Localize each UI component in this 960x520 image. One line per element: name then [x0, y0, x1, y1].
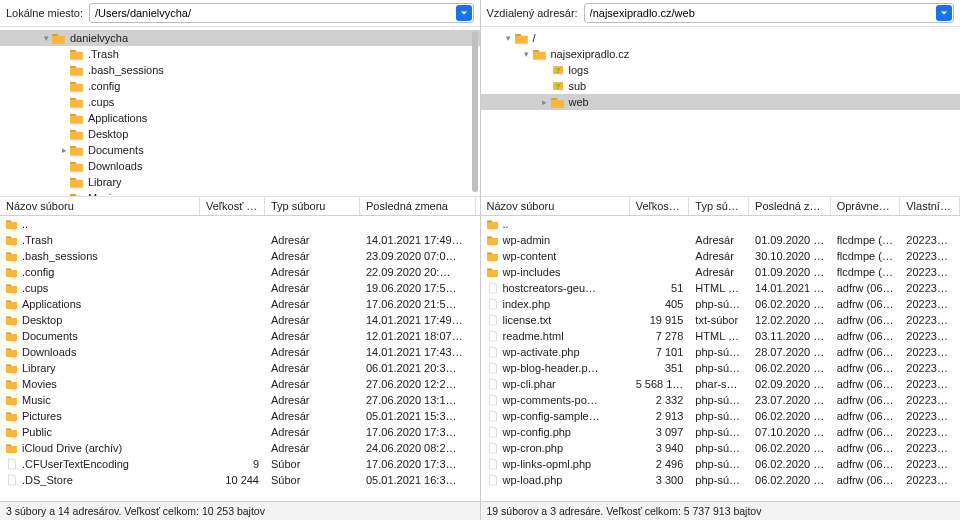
file-perm: flcdmpe (… — [831, 234, 901, 246]
file-owner: 2022330 … — [900, 282, 960, 294]
file-owner: 2022330 … — [900, 378, 960, 390]
col-size[interactable]: Veľkosť súboru — [630, 197, 690, 215]
col-perm[interactable]: Oprávnenia — [831, 197, 901, 215]
tree-item[interactable]: Movies — [0, 190, 480, 197]
list-item[interactable]: hostcreators-geu…51HTML do…14.01.2021 17… — [481, 280, 961, 296]
list-item[interactable]: iCloud Drive (archív)Adresár24.06.2020 0… — [0, 440, 480, 456]
list-item[interactable]: .configAdresár22.09.2020 20:… — [0, 264, 480, 280]
file-icon — [487, 442, 499, 454]
list-item[interactable]: wp-contentAdresár30.10.2020 1…flcdmpe (…… — [481, 248, 961, 264]
list-item[interactable]: wp-cron.php3 940php-súbor06.02.2020 0…ad… — [481, 440, 961, 456]
remote-path-input[interactable] — [585, 7, 936, 19]
list-item[interactable]: wp-blog-header.p…351php-súbor06.02.2020 … — [481, 360, 961, 376]
folder-icon — [70, 176, 84, 188]
file-perm: adfrw (06… — [831, 298, 901, 310]
tree-label: .bash_sessions — [88, 64, 164, 76]
tree-item[interactable]: ▸web — [481, 94, 961, 110]
col-date[interactable]: Posledná zmena — [749, 197, 831, 215]
remote-file-list[interactable]: ..wp-adminAdresár01.09.2020 2…flcdmpe (…… — [481, 216, 961, 501]
tree-item[interactable]: sub — [481, 78, 961, 94]
col-name[interactable]: Názov súboru — [0, 197, 200, 215]
tree-item[interactable]: ▾najsexipradlo.cz — [481, 46, 961, 62]
file-type: Súbor — [265, 474, 360, 486]
scrollbar[interactable] — [472, 31, 478, 192]
list-item[interactable]: wp-adminAdresár01.09.2020 2…flcdmpe (…20… — [481, 232, 961, 248]
list-item[interactable]: PicturesAdresár05.01.2021 15:3… — [0, 408, 480, 424]
list-item[interactable]: MoviesAdresár27.06.2020 12:2… — [0, 376, 480, 392]
tree-item[interactable]: .bash_sessions — [0, 62, 480, 78]
tree-label: danielvycha — [70, 32, 128, 44]
tree-item[interactable]: Desktop — [0, 126, 480, 142]
list-item[interactable]: wp-includesAdresár01.09.2020 2…flcdmpe (… — [481, 264, 961, 280]
tree-item[interactable]: Downloads — [0, 158, 480, 174]
list-item[interactable]: wp-config-sample…2 913php-súbor06.02.202… — [481, 408, 961, 424]
tree-item[interactable]: Library — [0, 174, 480, 190]
list-item[interactable]: DocumentsAdresár12.01.2021 18:07… — [0, 328, 480, 344]
list-item[interactable]: MusicAdresár27.06.2020 13:1… — [0, 392, 480, 408]
local-columns[interactable]: Názov súboru Veľkosť súboru Typ súboru P… — [0, 197, 480, 216]
folder-icon — [70, 192, 84, 197]
local-path-combo[interactable] — [89, 3, 473, 23]
folder-icon — [515, 32, 529, 44]
local-pathbar: Lokálne miesto: — [0, 0, 480, 27]
list-item[interactable]: DownloadsAdresár14.01.2021 17:43… — [0, 344, 480, 360]
tree-item[interactable]: logs — [481, 62, 961, 78]
tree-item[interactable]: .cups — [0, 94, 480, 110]
col-size[interactable]: Veľkosť súboru — [200, 197, 265, 215]
list-item[interactable]: wp-activate.php7 101php-súbor28.07.2020 … — [481, 344, 961, 360]
local-tree[interactable]: ▾danielvycha.Trash.bash_sessions.config.… — [0, 27, 480, 197]
list-item[interactable]: readme.html7 278HTML do…03.11.2020 0…adf… — [481, 328, 961, 344]
folder-icon — [6, 394, 18, 406]
tree-item[interactable]: .config — [0, 78, 480, 94]
disclosure-icon[interactable]: ▸ — [58, 145, 70, 155]
file-owner: 2022330 … — [900, 298, 960, 310]
list-item[interactable]: wp-comments-po…2 332php-súbor23.07.2020 … — [481, 392, 961, 408]
col-date[interactable]: Posledná zmena — [360, 197, 476, 215]
dropdown-icon[interactable] — [456, 5, 472, 21]
list-item[interactable]: ApplicationsAdresár17.06.2020 21:5… — [0, 296, 480, 312]
list-item[interactable]: DesktopAdresár14.01.2021 17:49… — [0, 312, 480, 328]
disclosure-icon[interactable]: ▾ — [40, 33, 52, 43]
file-icon — [487, 458, 499, 470]
remote-pathbar: Vzdialený adresár: — [481, 0, 961, 27]
file-icon — [487, 298, 499, 310]
col-type[interactable]: Typ súboru — [689, 197, 749, 215]
dropdown-icon[interactable] — [936, 5, 952, 21]
tree-item[interactable]: ▸Documents — [0, 142, 480, 158]
remote-columns[interactable]: Názov súboru Veľkosť súboru Typ súboru P… — [481, 197, 961, 216]
local-path-input[interactable] — [90, 7, 455, 19]
disclosure-icon[interactable]: ▾ — [503, 33, 515, 43]
list-item[interactable]: .bash_sessionsAdresár23.09.2020 07:0… — [0, 248, 480, 264]
folder-icon — [6, 298, 18, 310]
list-item[interactable]: .CFUserTextEncoding9Súbor17.06.2020 17:3… — [0, 456, 480, 472]
tree-item[interactable]: Applications — [0, 110, 480, 126]
col-owner[interactable]: Vlastník/skupina — [900, 197, 960, 215]
list-item[interactable]: wp-cli.phar5 568 133phar-súbor02.09.2020… — [481, 376, 961, 392]
col-type[interactable]: Typ súboru — [265, 197, 360, 215]
disclosure-icon[interactable]: ▸ — [539, 97, 551, 107]
list-item[interactable]: .. — [481, 216, 961, 232]
list-item[interactable]: .DS_Store10 244Súbor05.01.2021 16:3… — [0, 472, 480, 488]
remote-tree[interactable]: ▾/▾najsexipradlo.czlogssub▸web — [481, 27, 961, 197]
tree-item[interactable]: ▾/ — [481, 30, 961, 46]
list-item[interactable]: wp-links-opml.php2 496php-súbor06.02.202… — [481, 456, 961, 472]
list-item[interactable]: PublicAdresár17.06.2020 17:3… — [0, 424, 480, 440]
list-item[interactable]: license.txt19 915txt-súbor12.02.2020 1…a… — [481, 312, 961, 328]
list-item[interactable]: wp-load.php3 300php-súbor06.02.2020 0…ad… — [481, 472, 961, 488]
remote-path-combo[interactable] — [584, 3, 954, 23]
tree-item[interactable]: ▾danielvycha — [0, 30, 480, 46]
disclosure-icon[interactable]: ▾ — [521, 49, 533, 59]
list-item[interactable]: .. — [0, 216, 480, 232]
list-item[interactable]: wp-config.php3 097php-súbor07.10.2020 1…… — [481, 424, 961, 440]
list-item[interactable]: .TrashAdresár14.01.2021 17:49… — [0, 232, 480, 248]
file-icon — [487, 394, 499, 406]
file-owner: 2022330 … — [900, 234, 960, 246]
col-name[interactable]: Názov súboru — [481, 197, 630, 215]
file-size: 351 — [630, 362, 690, 374]
list-item[interactable]: LibraryAdresár06.01.2021 20:3… — [0, 360, 480, 376]
list-item[interactable]: .cupsAdresár19.06.2020 17:5… — [0, 280, 480, 296]
list-item[interactable]: index.php405php-súbor06.02.2020 0…adfrw … — [481, 296, 961, 312]
local-file-list[interactable]: ...TrashAdresár14.01.2021 17:49….bash_se… — [0, 216, 480, 501]
file-date: 28.07.2020 1… — [749, 346, 831, 358]
tree-item[interactable]: .Trash — [0, 46, 480, 62]
